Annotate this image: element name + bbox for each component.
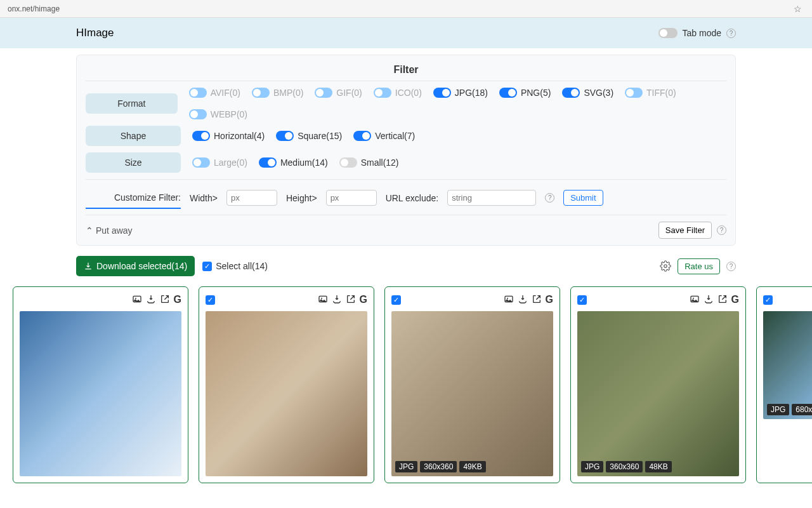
width-label: Width> — [190, 193, 218, 203]
app-header: HImage Tab mode ? — [0, 18, 812, 48]
google-icon[interactable]: G — [360, 294, 367, 305]
filter-title: Filter — [86, 64, 726, 81]
tab-mode-label: Tab mode — [683, 28, 721, 38]
filter-switch[interactable] — [189, 88, 207, 98]
filter-switch[interactable] — [499, 88, 517, 98]
image-gallery: ✓G✓G✓GJPG360x36049KB✓GJPG360x36048KB✓GJP… — [13, 276, 799, 483]
filter-option-label: TIFF(0) — [646, 88, 676, 98]
image-icon[interactable] — [504, 294, 514, 305]
filter-label-format: Format — [86, 93, 178, 114]
svg-point-8 — [693, 298, 694, 299]
filter-option-label: Square(15) — [298, 131, 342, 141]
filter-switch[interactable] — [433, 88, 451, 98]
image-thumbnail[interactable] — [20, 311, 181, 476]
svg-point-6 — [507, 298, 508, 299]
image-card[interactable]: ✓GJPG360x36048KB — [570, 286, 746, 483]
help-icon[interactable]: ? — [717, 225, 726, 235]
help-icon[interactable]: ? — [726, 262, 736, 271]
filter-option-label: AVIF(0) — [211, 88, 240, 98]
google-icon[interactable]: G — [546, 294, 553, 305]
filter-option-label: Small(12) — [361, 157, 399, 168]
filter-switch[interactable] — [315, 88, 332, 98]
gear-icon[interactable] — [660, 260, 671, 272]
svg-point-4 — [321, 298, 322, 299]
filter-option-label: PNG(5) — [521, 88, 551, 98]
filter-option-label: ICO(0) — [395, 88, 422, 98]
image-thumbnail[interactable] — [206, 311, 367, 476]
image-thumbnail[interactable]: JPG360x36048KB — [577, 311, 739, 476]
svg-point-0 — [664, 265, 667, 268]
open-external-icon[interactable] — [160, 294, 170, 305]
image-icon[interactable] — [690, 294, 700, 305]
image-badge: JPG — [767, 404, 789, 415]
width-input[interactable] — [226, 190, 277, 206]
open-external-icon[interactable] — [532, 294, 542, 305]
image-card[interactable]: ✓G — [199, 286, 374, 483]
submit-button[interactable]: Submit — [563, 190, 603, 206]
filter-switch[interactable] — [374, 88, 391, 98]
image-card[interactable]: ✓GJPG680x45667KB — [756, 286, 812, 483]
image-card[interactable]: ✓G — [13, 286, 188, 483]
download-selected-button[interactable]: Download selected(14) — [76, 256, 195, 276]
filter-row-shape: Shape Horizontal(4)Square(15)Vertical(7) — [86, 126, 726, 146]
image-icon[interactable] — [318, 294, 328, 305]
filter-switch[interactable] — [276, 131, 294, 141]
card-actions: G — [318, 294, 367, 305]
filter-option-label: Large(0) — [214, 157, 247, 168]
gallery-toolbar: Download selected(14) ✓ Select all(14) R… — [76, 256, 736, 276]
filter-switch[interactable] — [339, 157, 357, 168]
help-icon[interactable]: ? — [545, 193, 554, 203]
chevron-up-icon: ⌃ — [86, 225, 93, 236]
help-icon[interactable]: ? — [726, 29, 736, 38]
filter-option-label: GIF(0) — [336, 88, 362, 98]
google-icon[interactable]: G — [731, 294, 739, 305]
filter-switch[interactable] — [189, 109, 207, 119]
image-thumbnail[interactable]: JPG360x36049KB — [391, 311, 553, 476]
filter-switch[interactable] — [192, 131, 210, 141]
image-icon[interactable] — [132, 294, 142, 305]
filter-panel: Filter Format AVIF(0)BMP(0)GIF(0)ICO(0)J… — [76, 55, 736, 246]
height-input[interactable] — [326, 190, 377, 206]
filter-option-label: Vertical(7) — [375, 131, 415, 141]
url-exclude-label: URL exclude: — [386, 193, 439, 203]
card-checkbox[interactable]: ✓ — [577, 295, 587, 305]
image-badge: JPG — [581, 461, 603, 472]
bookmark-star-icon[interactable]: ☆ — [794, 4, 802, 14]
download-icon[interactable] — [518, 294, 528, 305]
filter-switch[interactable] — [252, 88, 270, 98]
save-filter-button[interactable]: Save Filter — [658, 222, 712, 239]
filter-switch[interactable] — [192, 157, 210, 168]
image-badge: 48KB — [645, 461, 671, 472]
card-actions: G — [690, 294, 739, 305]
url-exclude-input[interactable] — [447, 190, 536, 206]
card-checkbox[interactable]: ✓ — [763, 295, 773, 305]
put-away-toggle[interactable]: ⌃ Put away — [86, 225, 133, 236]
image-card[interactable]: ✓GJPG360x36049KB — [384, 286, 560, 483]
select-all-label: Select all(14) — [216, 261, 268, 271]
select-all-toggle[interactable]: ✓ Select all(14) — [202, 261, 268, 271]
download-icon[interactable] — [146, 294, 156, 305]
filter-option-label: Horizontal(4) — [214, 131, 265, 141]
image-thumbnail[interactable]: JPG680x45667KB — [763, 311, 812, 419]
card-actions: G — [132, 294, 181, 305]
tab-mode-toggle[interactable] — [658, 28, 678, 38]
open-external-icon[interactable] — [717, 294, 728, 305]
filter-option-label: WEBP(0) — [211, 109, 247, 119]
filter-label-shape: Shape — [86, 126, 181, 146]
download-selected-label: Download selected(14) — [96, 261, 187, 271]
filter-switch[interactable] — [353, 131, 371, 141]
download-icon[interactable] — [332, 294, 342, 305]
image-badge: 360x360 — [420, 461, 457, 472]
download-icon[interactable] — [704, 294, 714, 305]
filter-switch[interactable] — [259, 157, 277, 168]
open-external-icon[interactable] — [346, 294, 356, 305]
google-icon[interactable]: G — [174, 294, 181, 305]
app-title: HImage — [76, 27, 114, 39]
card-checkbox[interactable]: ✓ — [206, 295, 215, 305]
rate-us-button[interactable]: Rate us — [678, 258, 720, 274]
filter-switch[interactable] — [562, 88, 580, 98]
download-icon — [84, 262, 93, 271]
height-label: Height> — [286, 193, 317, 203]
card-checkbox[interactable]: ✓ — [391, 295, 401, 305]
filter-switch[interactable] — [625, 88, 643, 98]
